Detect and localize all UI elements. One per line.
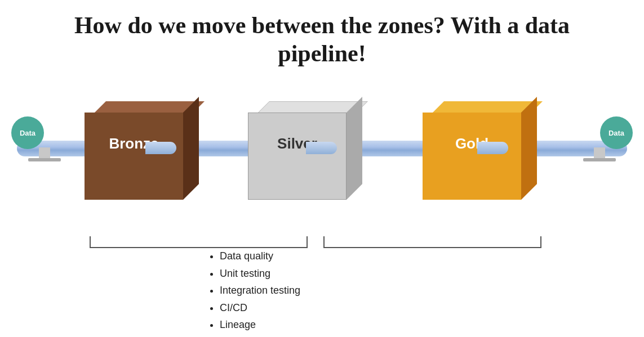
list: Data quality Unit testing Integration te… [208, 248, 300, 337]
tube-end-silver [306, 142, 337, 154]
tube-end-bronze [145, 142, 176, 154]
list-item-integration-testing: Integration testing [220, 282, 300, 299]
list-item-cicd: CI/CD [220, 299, 300, 317]
list-item-data-quality: Data quality [220, 248, 300, 265]
bronze-front [85, 113, 183, 200]
data-circle-right: Data [600, 116, 633, 149]
gold-front [423, 113, 521, 200]
list-item-lineage: Lineage [220, 316, 300, 334]
gold-side [521, 97, 537, 200]
list-item-documentation: Documentation [220, 334, 300, 337]
silver-side [347, 97, 362, 200]
bullet-list: Data quality Unit testing Integration te… [208, 248, 300, 337]
circle-base-right [583, 158, 616, 161]
page-title: How do we move between the zones? With a… [0, 0, 644, 68]
bronze-side [183, 97, 199, 200]
list-item-unit-testing: Unit testing [220, 265, 300, 282]
diagram-area: Data Data Bronze Silver Gold [0, 87, 644, 233]
circle-base-left [28, 158, 61, 161]
bracket-area [85, 233, 547, 253]
data-circle-left: Data [11, 116, 44, 149]
silver-front [248, 113, 347, 200]
tube-end-gold [477, 142, 508, 154]
bracket-svg [85, 233, 547, 250]
